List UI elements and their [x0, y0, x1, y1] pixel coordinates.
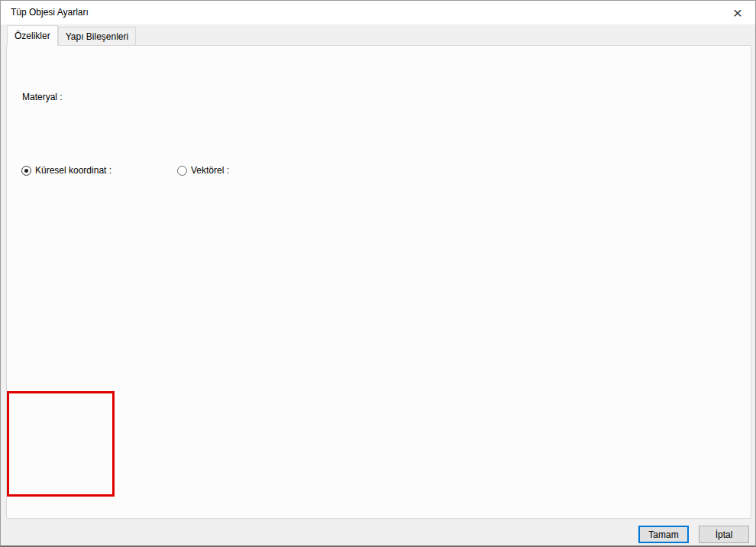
tab-strip: Özelikler Yapı Bileşenleri [7, 25, 136, 46]
vector-label: Vektörel : [191, 165, 229, 176]
close-icon: × [733, 5, 742, 21]
close-button[interactable]: × [720, 1, 755, 24]
cancel-button[interactable]: İptal [699, 526, 749, 543]
tab-page-properties [6, 45, 751, 519]
title-bar: Tüp Objesi Ayarları × [1, 1, 755, 24]
material-group-label: Materyal : [19, 92, 66, 102]
vector-radio[interactable] [177, 166, 187, 176]
ok-button[interactable]: Tamam [638, 526, 689, 543]
tab-ozellikler[interactable]: Özelikler [7, 25, 58, 46]
spherical-group-legend: Küresel koordinat : [18, 165, 115, 176]
spherical-label: Küresel koordinat : [35, 165, 111, 176]
window-title: Tüp Objesi Ayarları [11, 1, 89, 24]
dialog-tube-object-settings: Tüp Objesi Ayarları × Özelikler Yapı Bil… [0, 0, 756, 547]
spherical-radio[interactable] [21, 166, 31, 176]
vector-group-legend: Vektörel : [174, 165, 232, 176]
tab-yapi-bilesenleri[interactable]: Yapı Bileşenleri [58, 27, 137, 45]
